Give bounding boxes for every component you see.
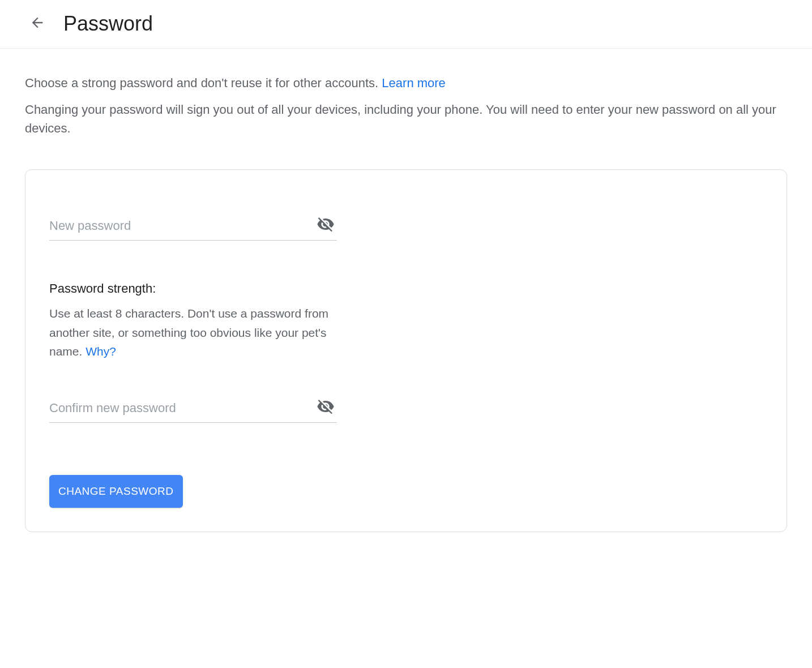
eye-off-icon [317, 226, 335, 235]
learn-more-link[interactable]: Learn more [382, 76, 446, 90]
change-password-button[interactable]: CHANGE PASSWORD [49, 475, 183, 508]
page-title: Password [63, 12, 153, 36]
why-link[interactable]: Why? [86, 345, 116, 358]
intro-text-1: Choose a strong password and don't reuse… [25, 74, 787, 92]
password-strength-hint: Use at least 8 characters. Don't use a p… [49, 304, 337, 361]
eye-off-icon [317, 409, 335, 417]
intro-text-1-prefix: Choose a strong password and don't reuse… [25, 76, 382, 90]
password-strength-label: Password strength: [49, 281, 337, 296]
new-password-input[interactable] [49, 215, 337, 241]
confirm-password-input[interactable] [49, 397, 337, 423]
back-button[interactable] [25, 10, 50, 37]
arrow-left-icon [29, 15, 45, 32]
page-header: Password [0, 0, 812, 49]
content-area: Choose a strong password and don't reuse… [0, 49, 812, 532]
confirm-password-field-group [49, 397, 337, 423]
toggle-new-password-visibility[interactable] [314, 213, 337, 237]
password-form-card: Password strength: Use at least 8 charac… [25, 169, 787, 532]
toggle-confirm-password-visibility[interactable] [314, 395, 337, 419]
intro-text-2: Changing your password will sign you out… [25, 100, 787, 138]
new-password-field-group [49, 215, 337, 241]
